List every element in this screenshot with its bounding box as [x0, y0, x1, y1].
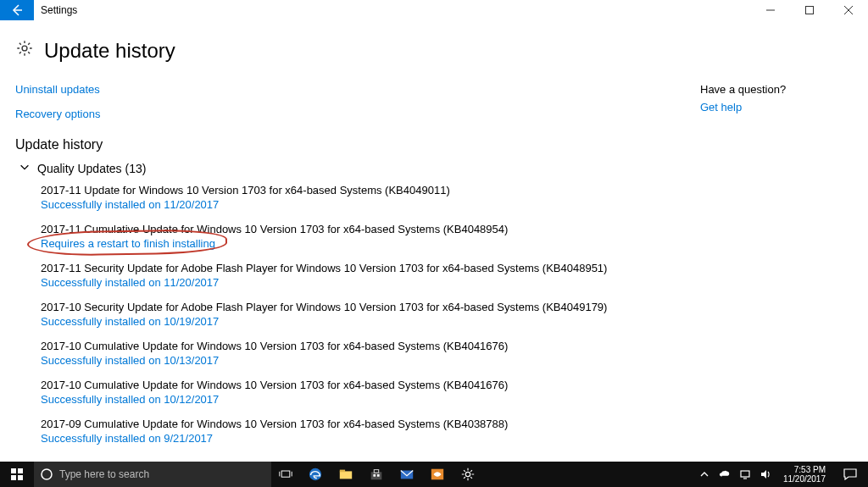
- update-status: Successfully installed on 11/20/2017: [41, 276, 683, 289]
- get-help-link[interactable]: Get help: [700, 101, 742, 113]
- svg-point-4: [22, 46, 27, 51]
- maximize-button[interactable]: [790, 0, 829, 20]
- back-button[interactable]: [0, 0, 34, 20]
- start-button[interactable]: [0, 462, 34, 487]
- update-status: Successfully installed on 11/20/2017: [41, 198, 683, 211]
- taskbar-search[interactable]: Type here to search: [34, 462, 271, 487]
- cortana-icon: [34, 468, 59, 481]
- svg-rect-5: [11, 468, 16, 473]
- section-heading: Update history: [15, 137, 683, 152]
- volume-icon[interactable]: [758, 468, 773, 480]
- update-title: 2017-11 Update for Windows 10 Version 17…: [41, 184, 683, 196]
- recovery-options-link[interactable]: Recovery options: [15, 108, 100, 120]
- svg-rect-17: [374, 470, 378, 473]
- taskbar: Type here to search 7:53 PM 11/20/2017: [0, 462, 868, 487]
- svg-point-22: [465, 472, 470, 476]
- file-explorer-icon[interactable]: [331, 462, 361, 487]
- aside-heading: Have a question?: [700, 83, 853, 96]
- page-title: Update history: [44, 39, 175, 63]
- update-title: 2017-11 Security Update for Adobe Flash …: [41, 262, 683, 274]
- mail-icon[interactable]: [392, 462, 422, 487]
- update-item: 2017-09 Cumulative Update for Windows 10…: [41, 418, 683, 445]
- minimize-button[interactable]: [751, 0, 790, 20]
- aside-column: Have a question? Get help: [700, 83, 853, 457]
- svg-rect-19: [377, 474, 380, 477]
- update-title: 2017-10 Cumulative Update for Windows 10…: [41, 379, 683, 391]
- svg-rect-14: [340, 471, 352, 479]
- titlebar: Settings: [0, 0, 868, 20]
- app-orange-icon[interactable]: [422, 462, 453, 487]
- update-status: Successfully installed on 10/19/2017: [41, 315, 683, 328]
- svg-rect-8: [18, 475, 23, 480]
- update-item: 2017-10 Cumulative Update for Windows 10…: [41, 340, 683, 367]
- gear-icon: [15, 39, 34, 63]
- update-status: Successfully installed on 10/13/2017: [41, 354, 683, 367]
- network-icon[interactable]: [737, 468, 753, 480]
- task-view-button[interactable]: [271, 462, 300, 487]
- tray-chevron-up-icon[interactable]: [697, 468, 712, 480]
- updates-list: 2017-11 Update for Windows 10 Version 17…: [41, 184, 683, 445]
- content-area: Update history Uninstall updates Recover…: [0, 20, 868, 462]
- date-text: 11/20/2017: [783, 474, 826, 484]
- update-title: 2017-11 Cumulative Update for Windows 10…: [41, 223, 683, 235]
- update-status: Successfully installed on 9/21/2017: [41, 432, 683, 445]
- svg-rect-7: [11, 475, 16, 480]
- quality-updates-toggle[interactable]: Quality Updates (13): [19, 161, 683, 175]
- search-placeholder: Type here to search: [59, 468, 149, 480]
- svg-rect-18: [373, 474, 376, 477]
- update-title: 2017-10 Cumulative Update for Windows 10…: [41, 340, 683, 352]
- group-label: Quality Updates (13): [37, 162, 146, 175]
- svg-point-9: [42, 469, 52, 479]
- pinned-apps: [300, 462, 483, 487]
- app-title: Settings: [41, 4, 77, 16]
- system-tray[interactable]: 7:53 PM 11/20/2017: [693, 462, 868, 487]
- update-status: Requires a restart to finish installing: [41, 237, 215, 250]
- close-button[interactable]: [829, 0, 868, 20]
- svg-rect-1: [806, 7, 814, 14]
- update-item: 2017-11 Cumulative Update for Windows 10…: [41, 223, 683, 250]
- svg-rect-10: [281, 471, 290, 477]
- action-center-button[interactable]: [836, 468, 865, 480]
- svg-rect-23: [741, 471, 749, 477]
- update-item: 2017-10 Cumulative Update for Windows 10…: [41, 379, 683, 406]
- update-title: 2017-10 Security Update for Adobe Flash …: [41, 301, 683, 313]
- svg-rect-6: [18, 468, 23, 473]
- update-status: Successfully installed on 10/12/2017: [41, 393, 683, 406]
- chevron-down-icon: [19, 161, 31, 175]
- page-header: Update history: [15, 39, 853, 63]
- update-item: 2017-10 Security Update for Adobe Flash …: [41, 301, 683, 328]
- svg-rect-15: [340, 470, 345, 473]
- update-item: 2017-11 Update for Windows 10 Version 17…: [41, 184, 683, 211]
- uninstall-updates-link[interactable]: Uninstall updates: [15, 83, 100, 96]
- onedrive-icon[interactable]: [717, 468, 732, 480]
- time-text: 7:53 PM: [794, 465, 826, 474]
- taskbar-clock[interactable]: 7:53 PM 11/20/2017: [778, 465, 831, 484]
- update-item: 2017-11 Security Update for Adobe Flash …: [41, 262, 683, 289]
- edge-app-icon[interactable]: [300, 462, 331, 487]
- main-column: Uninstall updates Recovery options Updat…: [15, 83, 683, 457]
- update-title: 2017-09 Cumulative Update for Windows 10…: [41, 418, 683, 430]
- store-icon[interactable]: [361, 462, 392, 487]
- settings-app-icon[interactable]: [453, 462, 483, 487]
